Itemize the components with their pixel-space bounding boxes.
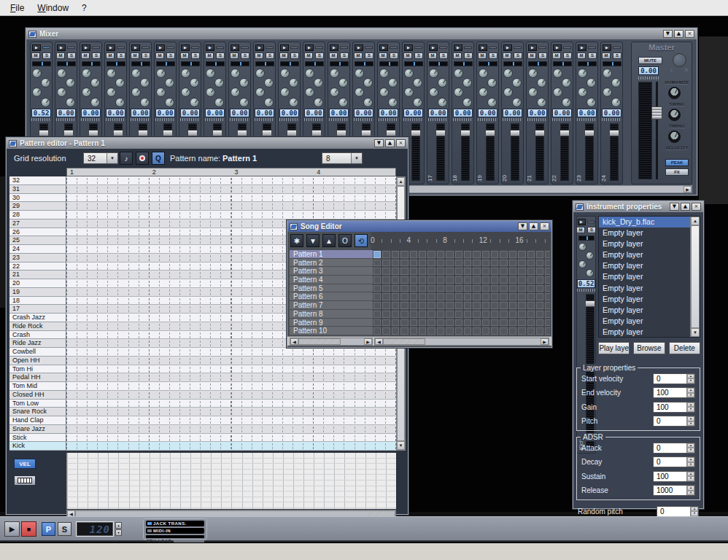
song-grid-cell[interactable]: [382, 311, 390, 318]
pattern-row-cells[interactable]: [66, 442, 396, 451]
song-grid-cell[interactable]: [455, 251, 462, 258]
song-grid-cell[interactable]: [473, 302, 480, 309]
strip-fx-knob[interactable]: [66, 98, 75, 107]
strip-fx-knob[interactable]: [586, 269, 594, 277]
strip-fx-knob[interactable]: [231, 69, 240, 78]
song-grid-cell[interactable]: [509, 285, 516, 292]
song-grid-cell[interactable]: [509, 260, 516, 267]
strip-fx-knob[interactable]: [603, 69, 612, 78]
strip-fx-knob[interactable]: [140, 98, 150, 107]
strip-fx-knob[interactable]: [90, 98, 100, 107]
song-grid-cell[interactable]: [437, 302, 444, 309]
spin-down-button[interactable]: ▼: [687, 407, 694, 412]
pattern-ruler[interactable]: 1234: [66, 168, 396, 176]
play-button[interactable]: ▶: [4, 521, 20, 537]
song-grid-cell[interactable]: [518, 327, 525, 335]
strip-fx-knob[interactable]: [82, 88, 91, 97]
strip-fx-knob[interactable]: [363, 98, 373, 107]
property-spinbox[interactable]: 0▲▼: [653, 416, 695, 427]
property-spinbox[interactable]: 100▲▼: [653, 471, 695, 482]
strip-fader-handle[interactable]: [113, 130, 123, 136]
strip-solo-button[interactable]: S: [464, 52, 473, 59]
song-grid-cell[interactable]: [527, 251, 535, 258]
strip-fader-handle[interactable]: [212, 130, 222, 136]
scroll-right-arrow[interactable]: ▶: [541, 338, 549, 345]
layer-item[interactable]: kick_Dry_b.flac: [599, 217, 700, 228]
property-spinbox[interactable]: 100▲▼: [653, 387, 695, 398]
bpm-up-button[interactable]: ▲: [115, 522, 122, 529]
strip-fx-knob[interactable]: [66, 78, 75, 88]
strip-solo-button[interactable]: S: [42, 52, 51, 59]
song-grid-cell[interactable]: [427, 293, 435, 300]
song-grid-cell[interactable]: [392, 319, 399, 327]
song-grid-cell[interactable]: [410, 285, 417, 292]
strip-mute-button[interactable]: M: [155, 52, 164, 59]
pattern-list-scrollbar[interactable]: ◀ ▶: [290, 338, 373, 346]
song-grid-cell[interactable]: [392, 302, 399, 309]
song-grid-cell[interactable]: [437, 251, 444, 258]
piano-mode-button[interactable]: [14, 475, 36, 486]
song-grid-cell[interactable]: [500, 260, 507, 267]
song-grid-cell[interactable]: [518, 276, 525, 284]
strip-fader-handle[interactable]: [336, 130, 346, 136]
strip-pan-slider[interactable]: [379, 61, 398, 66]
song-grid-cell[interactable]: [482, 327, 489, 335]
strip-fx-knob[interactable]: [578, 260, 586, 268]
song-grid-cell[interactable]: [419, 311, 426, 318]
strip-mute-button[interactable]: M: [180, 52, 189, 59]
win-maximize-button[interactable]: ▲: [385, 139, 395, 147]
strip-fx-knob[interactable]: [454, 69, 463, 78]
song-grid-cell[interactable]: [437, 311, 444, 318]
song-grid-cell[interactable]: [437, 268, 444, 275]
song-grid-cell[interactable]: [382, 302, 390, 309]
song-grid-cell[interactable]: [545, 293, 550, 300]
song-grid-cell[interactable]: [427, 260, 435, 267]
song-grid-cell[interactable]: [419, 327, 426, 335]
strip-pan-slider[interactable]: [553, 61, 572, 66]
strip-fx-knob[interactable]: [314, 98, 323, 107]
strip-fx-knob[interactable]: [190, 78, 199, 88]
song-grid-cell[interactable]: [527, 260, 535, 267]
strip-fx-knob[interactable]: [190, 98, 199, 107]
strip-fx-knob[interactable]: [413, 78, 422, 88]
strip-fx-knob[interactable]: [388, 78, 398, 88]
song-grid-cell[interactable]: [455, 302, 462, 309]
strip-fader-handle[interactable]: [535, 130, 545, 136]
strip-fx-knob[interactable]: [503, 88, 513, 97]
strip-solo-button[interactable]: S: [92, 52, 101, 59]
strip-fx-knob[interactable]: [454, 88, 463, 97]
strip-fx-knob[interactable]: [479, 69, 488, 78]
instrument-row-label[interactable]: 27: [9, 219, 66, 228]
strip-fader-handle[interactable]: [138, 130, 148, 136]
strip-fader-handle[interactable]: [559, 130, 570, 136]
song-grid-cell[interactable]: [446, 251, 453, 258]
draw-mode-button[interactable]: ✱: [290, 234, 303, 247]
song-grid-cell[interactable]: [382, 293, 390, 300]
strip-mute-button[interactable]: M: [81, 52, 90, 59]
song-grid-cell[interactable]: [473, 268, 480, 275]
song-grid-cell[interactable]: [500, 327, 507, 335]
instrument-row-label[interactable]: Pedal HH: [9, 373, 66, 382]
instrument-row-label[interactable]: Hand Clap: [9, 416, 66, 425]
strip-fx-knob[interactable]: [586, 78, 596, 88]
strip-fader-handle[interactable]: [386, 130, 396, 136]
song-grid-cell[interactable]: [491, 327, 498, 335]
song-grid-cell[interactable]: [527, 268, 535, 275]
scroll-left-arrow[interactable]: ◀: [290, 338, 298, 345]
song-grid-cell[interactable]: [446, 319, 453, 327]
song-grid-cell[interactable]: [518, 251, 525, 258]
property-spinbox[interactable]: 1000▲▼: [653, 485, 695, 496]
strip-fader-handle[interactable]: [237, 130, 247, 136]
strip-fx-knob[interactable]: [115, 78, 125, 88]
song-grid-cell[interactable]: [392, 251, 399, 258]
strip-pan-slider[interactable]: [57, 61, 76, 66]
layer-item[interactable]: Empty layer: [599, 271, 700, 282]
song-grid-cell[interactable]: [500, 268, 507, 275]
layer-item[interactable]: Empty layer: [599, 305, 700, 316]
scroll-down-arrow[interactable]: ▼: [691, 328, 700, 337]
humanize-swing-knob[interactable]: [668, 87, 681, 99]
strip-fx-knob[interactable]: [181, 69, 190, 78]
song-grid-cell[interactable]: [509, 251, 516, 258]
scrollbar-thumb[interactable]: [298, 338, 341, 345]
strip-fx-knob[interactable]: [165, 98, 174, 107]
